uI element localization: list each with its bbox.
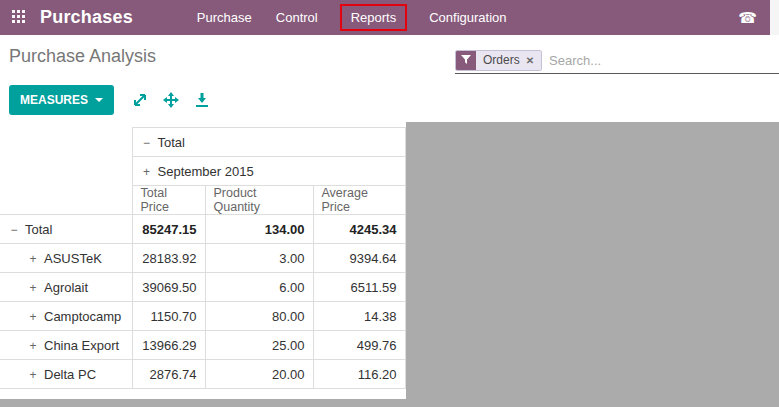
top-navbar: Purchases Purchase Control Reports Confi…: [0, 0, 779, 35]
table-row: +Delta PC 2876.74 20.00 116.20: [0, 360, 405, 389]
expand-icon[interactable]: +: [27, 252, 39, 266]
cell-value: 4245.34: [313, 215, 405, 244]
cell-value: 6511.59: [313, 273, 405, 302]
row-header-delta-pc[interactable]: +Delta PC: [0, 360, 132, 389]
search-facet-orders: Orders ✕: [455, 50, 542, 71]
cell-value: 134.00: [205, 215, 313, 244]
phone-icon[interactable]: ☎: [738, 10, 757, 25]
row-label: China Export: [44, 338, 119, 353]
cell-value: 13966.29: [132, 331, 205, 360]
table-row: +Agrolait 39069.50 6.00 6511.59: [0, 273, 405, 302]
page-title: Purchase Analysis: [9, 46, 156, 67]
table-row: +ASUSTeK 28183.92 3.00 9394.64: [0, 244, 405, 273]
cell-value: 1150.70: [132, 302, 205, 331]
expand-icon[interactable]: +: [27, 339, 39, 353]
cell-value: 9394.64: [313, 244, 405, 273]
cutoff-panel: [770, 0, 779, 35]
app-window: Purchases Purchase Control Reports Confi…: [0, 0, 779, 407]
facet-label: Orders: [483, 53, 520, 67]
row-label: ASUSTeK: [44, 251, 102, 266]
measure-header-average-price[interactable]: Average Price: [313, 186, 405, 215]
table-row: +China Export 13966.29 25.00 499.76: [0, 331, 405, 360]
row-header-asustek[interactable]: +ASUSTeK: [0, 244, 132, 273]
cell-value: 499.76: [313, 331, 405, 360]
cell-value: 2876.74: [132, 360, 205, 389]
facet-remove-icon[interactable]: ✕: [526, 55, 534, 66]
menu-item-reports annotation-highlight[interactable]: Reports: [340, 4, 408, 31]
measure-header-product-quantity[interactable]: Product Quantity: [205, 186, 313, 215]
cell-value: 28183.92: [132, 244, 205, 273]
pivot-corner-cell: [0, 128, 132, 215]
download-icon[interactable]: [194, 92, 210, 108]
row-label: Camptocamp: [44, 309, 121, 324]
table-row: −Total 85247.15 134.00 4245.34: [0, 215, 405, 244]
cell-value: 20.00: [205, 360, 313, 389]
expand-icon[interactable]: +: [27, 310, 39, 324]
expand-icon[interactable]: +: [27, 281, 39, 295]
cell-value: 116.20: [313, 360, 405, 389]
col-group-total[interactable]: −Total: [132, 128, 405, 157]
row-label: Total: [25, 222, 52, 237]
collapse-icon[interactable]: −: [141, 136, 153, 150]
pivot-toolbar: MEASURES: [0, 77, 779, 122]
cell-value: 3.00: [205, 244, 313, 273]
row-label: Agrolait: [44, 280, 88, 295]
menu-item-control[interactable]: Control: [264, 0, 330, 35]
chevron-down-icon: [95, 98, 103, 102]
pivot-toolbar-icons: [132, 92, 210, 108]
cell-value: 85247.15: [132, 215, 205, 244]
expand-icon[interactable]: +: [27, 368, 39, 382]
measures-button[interactable]: MEASURES: [9, 85, 114, 115]
measures-button-label: MEASURES: [20, 93, 88, 107]
expand-all-icon[interactable]: [163, 92, 179, 108]
pivot-panel: −Total +September 2015 Total Price Produ…: [0, 122, 406, 399]
menu-item-purchase[interactable]: Purchase: [185, 0, 264, 35]
cell-value: 39069.50: [132, 273, 205, 302]
cell-value: 6.00: [205, 273, 313, 302]
main-menu: Purchase Control Reports Configuration: [185, 0, 519, 35]
cell-value: 25.00: [205, 331, 313, 360]
facet-body: Orders ✕: [476, 51, 541, 70]
cell-value: 80.00: [205, 302, 313, 331]
row-header-agrolait[interactable]: +Agrolait: [0, 273, 132, 302]
row-header-total[interactable]: −Total: [0, 215, 132, 244]
control-panel: Purchase Analysis Orders ✕: [0, 35, 779, 77]
content-area: −Total +September 2015 Total Price Produ…: [0, 122, 779, 407]
measure-header-total-price[interactable]: Total Price: [132, 186, 205, 215]
row-header-china-export[interactable]: +China Export: [0, 331, 132, 360]
row-label: Delta PC: [44, 367, 96, 382]
pivot-colgroup-row: −Total: [0, 128, 405, 157]
flip-axis-icon[interactable]: [132, 92, 148, 108]
row-header-camptocamp[interactable]: +Camptocamp: [0, 302, 132, 331]
collapse-icon[interactable]: −: [8, 223, 20, 237]
col-group-total-label: Total: [158, 135, 185, 150]
filter-icon: [456, 51, 476, 70]
search-input[interactable]: [549, 53, 779, 68]
col-group-september-2015[interactable]: +September 2015: [132, 157, 405, 186]
expand-icon[interactable]: +: [141, 165, 153, 179]
col-subgroup-label: September 2015: [158, 164, 254, 179]
cell-value: 14.38: [313, 302, 405, 331]
menu-item-configuration[interactable]: Configuration: [417, 0, 518, 35]
table-row: +Camptocamp 1150.70 80.00 14.38: [0, 302, 405, 331]
pivot-table: −Total +September 2015 Total Price Produ…: [0, 127, 406, 389]
app-title: Purchases: [40, 7, 133, 28]
apps-grid-icon[interactable]: [12, 10, 27, 25]
search-bar: Orders ✕: [455, 47, 779, 74]
